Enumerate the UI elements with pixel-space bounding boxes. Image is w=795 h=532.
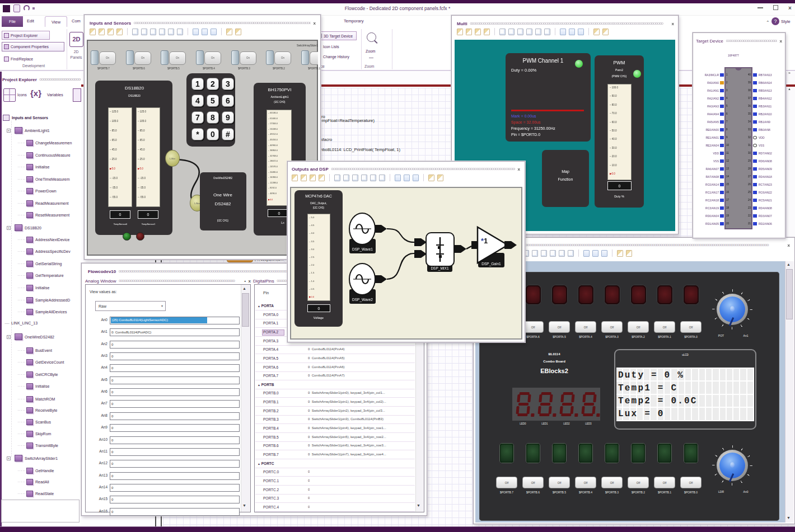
svg-text:DSP_Wave2: DSP_Wave2 — [352, 298, 373, 302]
svg-text:DSP_Wave1: DSP_Wave1 — [352, 247, 373, 252]
svg-text:*1: *1 — [481, 237, 488, 245]
svg-text:DSP_MIX1: DSP_MIX1 — [431, 266, 449, 271]
svg-text:DSP_Gain1: DSP_Gain1 — [481, 262, 501, 266]
